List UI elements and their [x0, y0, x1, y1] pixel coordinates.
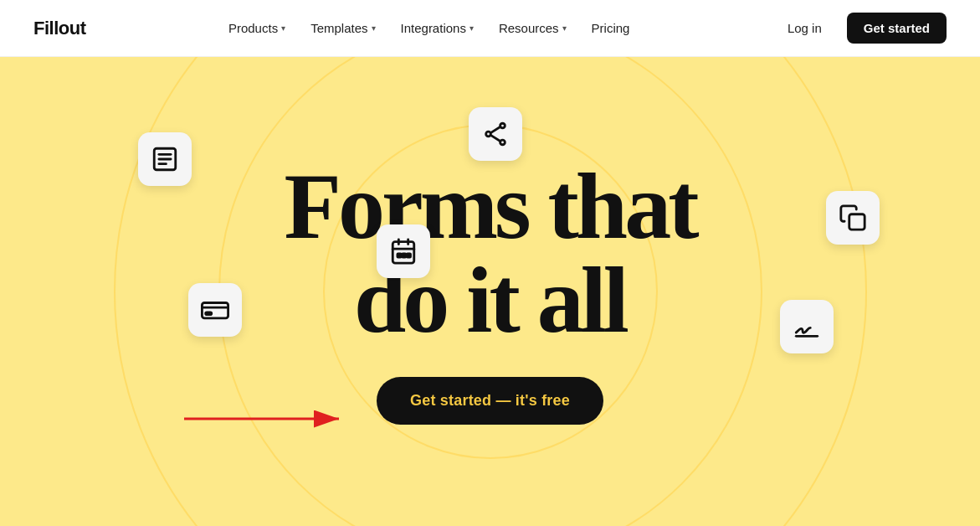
chevron-down-icon: ▾	[562, 23, 567, 33]
login-button[interactable]: Log in	[772, 14, 837, 42]
nav-links: Products ▾ Templates ▾ Integrations ▾ Re…	[218, 16, 640, 40]
nav-actions: Log in Get started	[772, 13, 947, 44]
nav-resources[interactable]: Resources ▾	[489, 16, 577, 40]
svg-rect-19	[206, 312, 212, 315]
svg-rect-15	[407, 254, 410, 257]
nav-pricing[interactable]: Pricing	[582, 16, 640, 40]
get-started-cta-button[interactable]: Get started — it's free	[377, 377, 603, 425]
svg-rect-16	[849, 214, 865, 229]
navbar: Fillout Products ▾ Templates ▾ Integrati…	[0, 0, 980, 57]
icon-card-payment	[188, 283, 242, 337]
icon-card-signature	[780, 300, 834, 353]
svg-line-8	[490, 135, 500, 141]
brand-logo[interactable]: Fillout	[33, 18, 85, 39]
arrow-icon	[184, 402, 351, 436]
svg-rect-14	[403, 254, 406, 257]
icon-card-calendar	[377, 224, 430, 278]
icon-card-copy	[826, 191, 880, 245]
hero-title: Forms that do it all	[285, 159, 696, 347]
get-started-nav-button[interactable]: Get started	[847, 13, 947, 44]
nav-products[interactable]: Products ▾	[218, 16, 295, 40]
svg-rect-17	[202, 303, 228, 318]
hero-section: Forms that do it all Get started — it's …	[0, 57, 980, 526]
icon-card-network	[469, 107, 522, 161]
chevron-down-icon: ▾	[372, 23, 376, 33]
icon-card-form	[138, 132, 192, 186]
svg-rect-9	[393, 242, 414, 264]
svg-line-7	[490, 127, 500, 133]
chevron-down-icon: ▾	[281, 23, 285, 33]
svg-rect-13	[398, 254, 401, 257]
nav-integrations[interactable]: Integrations ▾	[391, 16, 484, 40]
nav-templates[interactable]: Templates ▾	[300, 16, 385, 40]
chevron-down-icon: ▾	[469, 23, 474, 33]
